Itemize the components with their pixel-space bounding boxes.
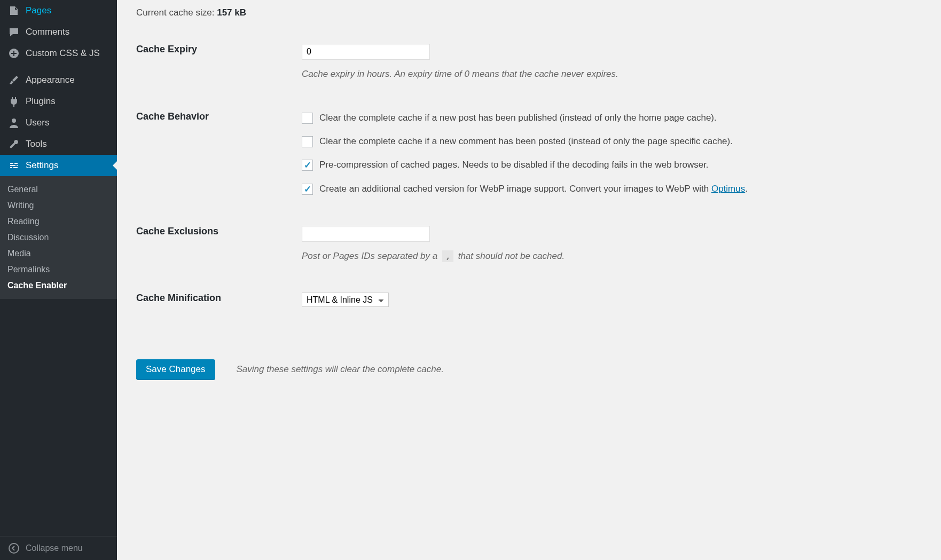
behavior-option-new-post: Clear the complete cache if a new post h… xyxy=(302,111,922,125)
sidebar-item-label: Tools xyxy=(26,139,47,149)
save-note: Saving these settings will clear the com… xyxy=(237,364,444,375)
current-cache-size: Current cache size: 157 kB xyxy=(136,0,922,34)
submenu-item-cache-enabler[interactable]: Cache Enabler xyxy=(0,278,117,294)
sidebar-item-users[interactable]: Users xyxy=(0,112,117,133)
checkbox-precompression[interactable] xyxy=(302,160,313,171)
sidebar-item-label: Plugins xyxy=(26,96,56,107)
sidebar-item-comments[interactable]: Comments xyxy=(0,21,117,43)
cache-expiry-input[interactable] xyxy=(302,44,430,60)
cache-exclusions-input[interactable] xyxy=(302,226,430,242)
sidebar-item-label: Custom CSS & JS xyxy=(26,48,100,59)
submenu-item-general[interactable]: General xyxy=(0,182,117,198)
comment-icon xyxy=(6,27,21,37)
behavior-option-precompression: Pre-compression of cached pages. Needs t… xyxy=(302,158,922,172)
cache-expiry-description: Cache expiry in hours. An expiry time of… xyxy=(302,67,922,81)
row-cache-exclusions: Cache Exclusions Post or Pages IDs separ… xyxy=(136,216,922,283)
cache-exclusions-description: Post or Pages IDs separated by a , that … xyxy=(302,249,922,263)
sidebar-item-appearance[interactable]: Appearance xyxy=(0,69,117,91)
option-label: Create an additional cached version for … xyxy=(319,182,748,196)
sidebar-item-label: Comments xyxy=(26,27,69,37)
sidebar-item-label: Settings xyxy=(26,160,58,171)
pages-icon xyxy=(6,5,21,16)
checkbox-webp[interactable] xyxy=(302,184,313,195)
sidebar-item-tools[interactable]: Tools xyxy=(0,133,117,155)
cache-minification-select[interactable]: HTML & Inline JS xyxy=(302,293,389,307)
submenu-item-media[interactable]: Media xyxy=(0,246,117,262)
collapse-label: Collapse menu xyxy=(26,543,83,553)
settings-submenu: General Writing Reading Discussion Media… xyxy=(0,176,117,299)
brush-icon xyxy=(6,75,21,85)
checkbox-new-post[interactable] xyxy=(302,113,313,124)
collapse-menu[interactable]: Collapse menu xyxy=(0,536,117,560)
wrench-icon xyxy=(6,139,21,149)
menu-separator xyxy=(0,64,117,69)
svg-point-1 xyxy=(12,119,16,123)
sidebar-item-settings[interactable]: Settings xyxy=(0,155,117,176)
admin-sidebar: Pages Comments Custom CSS & JS Appearanc… xyxy=(0,0,117,560)
comma-code-chip: , xyxy=(442,250,453,263)
settings-content: Current cache size: 157 kB Cache Expiry … xyxy=(117,0,941,560)
sidebar-item-label: Users xyxy=(26,117,49,128)
user-icon xyxy=(6,117,21,128)
heading-cache-behavior: Cache Behavior xyxy=(136,101,302,216)
option-label: Pre-compression of cached pages. Needs t… xyxy=(319,158,709,172)
sidebar-item-plugins[interactable]: Plugins xyxy=(0,91,117,112)
heading-cache-minification: Cache Minification xyxy=(136,283,302,327)
behavior-option-new-comment: Clear the complete cache if a new commen… xyxy=(302,135,922,148)
checkbox-new-comment[interactable] xyxy=(302,136,313,147)
heading-cache-exclusions: Cache Exclusions xyxy=(136,216,302,283)
optimus-link[interactable]: Optimus xyxy=(711,184,745,194)
sidebar-item-label: Appearance xyxy=(26,75,75,85)
option-label: Clear the complete cache if a new post h… xyxy=(319,111,717,125)
plus-circle-icon xyxy=(6,48,21,59)
heading-cache-expiry: Cache Expiry xyxy=(136,34,302,101)
sidebar-item-label: Pages xyxy=(26,5,51,16)
sidebar-item-custom-css-js[interactable]: Custom CSS & JS xyxy=(0,43,117,64)
plug-icon xyxy=(6,96,21,107)
submit-row: Save Changes Saving these settings will … xyxy=(136,359,922,380)
save-changes-button[interactable]: Save Changes xyxy=(136,359,215,380)
collapse-icon xyxy=(6,543,21,554)
submenu-item-writing[interactable]: Writing xyxy=(0,198,117,214)
row-cache-expiry: Cache Expiry Cache expiry in hours. An e… xyxy=(136,34,922,101)
row-cache-minification: Cache Minification HTML & Inline JS xyxy=(136,283,922,327)
settings-form-table: Cache Expiry Cache expiry in hours. An e… xyxy=(136,34,922,327)
sidebar-menu-secondary: Appearance Plugins Users Tools Settings xyxy=(0,69,117,176)
behavior-option-webp: Create an additional cached version for … xyxy=(302,182,922,196)
option-label: Clear the complete cache if a new commen… xyxy=(319,135,733,148)
sidebar-item-pages[interactable]: Pages xyxy=(0,0,117,21)
row-cache-behavior: Cache Behavior Clear the complete cache … xyxy=(136,101,922,216)
svg-point-2 xyxy=(9,543,19,553)
sliders-icon xyxy=(6,160,21,171)
submenu-item-reading[interactable]: Reading xyxy=(0,214,117,230)
submenu-item-permalinks[interactable]: Permalinks xyxy=(0,262,117,278)
submenu-item-discussion[interactable]: Discussion xyxy=(0,230,117,246)
sidebar-menu: Pages Comments Custom CSS & JS xyxy=(0,0,117,64)
